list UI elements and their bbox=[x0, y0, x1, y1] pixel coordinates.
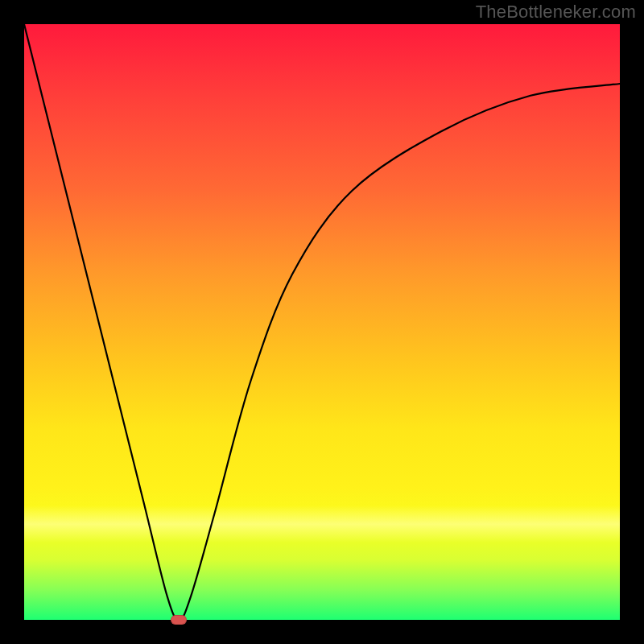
curve-path bbox=[24, 24, 620, 620]
attribution-label: TheBottleneker.com bbox=[476, 2, 636, 23]
chart-frame: TheBottleneker.com bbox=[0, 0, 644, 644]
minimum-marker bbox=[171, 615, 187, 625]
plot-area bbox=[24, 24, 620, 620]
bottleneck-curve bbox=[24, 24, 620, 620]
